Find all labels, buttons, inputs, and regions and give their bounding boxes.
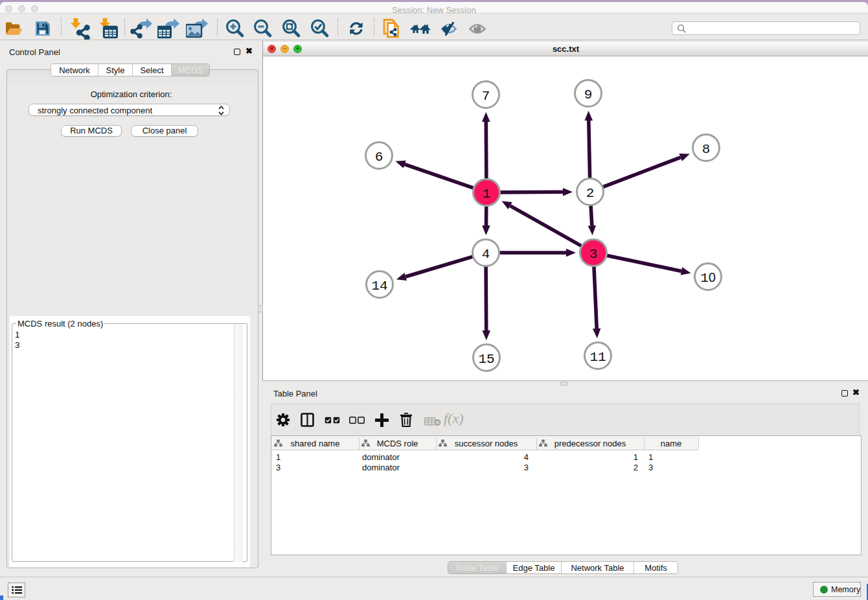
svg-text:4: 4 [482,247,490,262]
svg-text:7: 7 [482,89,490,104]
svg-text:15: 15 [478,352,494,367]
svg-text:2: 2 [586,186,595,201]
svg-text:9: 9 [584,87,593,102]
svg-text:14: 14 [371,279,387,294]
svg-text:10: 10 [700,270,716,286]
svg-text:6: 6 [375,150,383,165]
svg-text:8: 8 [702,142,711,157]
svg-text:3: 3 [589,247,598,262]
svg-text:11: 11 [589,350,606,365]
svg-text:1: 1 [483,187,491,202]
